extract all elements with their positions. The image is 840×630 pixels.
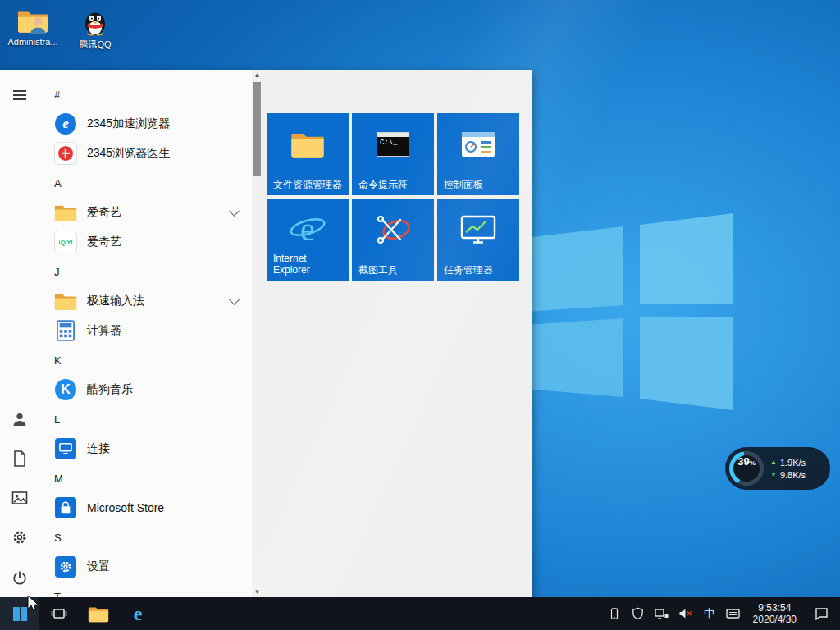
ime-language-indicator[interactable]: 中 — [702, 597, 717, 630]
pictures-button[interactable] — [0, 478, 39, 518]
tile-snipping-tool[interactable]: 截图工具 — [352, 199, 434, 281]
usage-percent-unit: % — [750, 459, 756, 467]
scroll-up-arrow[interactable]: ▲ — [252, 70, 262, 80]
section-header-k[interactable]: K — [39, 345, 251, 375]
tile-task-manager[interactable]: 任务管理器 — [437, 199, 519, 281]
app-label: 酷狗音乐 — [87, 382, 133, 397]
desktop-icon-administrator[interactable]: Administra... — [3, 8, 62, 47]
upload-speed: 1.9K/s — [780, 458, 806, 468]
desktop-icon-label: 腾讯QQ — [79, 39, 111, 51]
taskbar: e — [0, 597, 840, 630]
taskbar-clock[interactable]: 9:53:54 2020/4/30 — [750, 602, 800, 625]
svg-text:e: e — [300, 211, 315, 248]
network-icon[interactable] — [655, 597, 669, 630]
section-letter: # — [54, 89, 60, 101]
chevron-down-icon — [229, 294, 240, 305]
app-item-calculator[interactable]: 计算器 — [39, 316, 251, 345]
action-center-icon[interactable] — [809, 597, 833, 630]
tile-label: Internet Explorer — [273, 253, 345, 276]
system-tray: 中 9:53:54 2020/4/30 — [607, 597, 840, 630]
start-button[interactable] — [0, 597, 39, 630]
section-header-s[interactable]: S — [39, 523, 251, 552]
app-label: 2345浏览器医生 — [87, 146, 170, 161]
taskbar-browser-button[interactable]: e — [118, 597, 158, 630]
kugou-icon: K — [54, 378, 77, 401]
folder-item-iqiyi[interactable]: 爱奇艺 — [39, 198, 251, 227]
administrator-folder-icon — [17, 8, 48, 34]
expand-menu-button[interactable] — [0, 75, 39, 115]
documents-button[interactable] — [0, 439, 39, 478]
section-header-m[interactable]: M — [39, 463, 251, 493]
tile-label: 截图工具 — [358, 264, 430, 276]
start-rail — [0, 70, 39, 597]
section-header-l[interactable]: L — [39, 404, 251, 434]
section-header-t[interactable]: T — [39, 582, 251, 597]
desktop: Administra... 腾讯QQ — [0, 0, 840, 630]
hamburger-icon — [13, 88, 26, 103]
2345-browser-icon: e — [54, 112, 77, 135]
network-speeds: ▲1.9K/s ▼9.8K/s — [770, 458, 806, 480]
folder-item-jisu-ime[interactable]: 极速输入法 — [39, 286, 251, 316]
app-item-2345-doctor[interactable]: 2345浏览器医生 — [39, 139, 251, 168]
clock-date: 2020/4/30 — [753, 614, 797, 625]
touch-keyboard-icon[interactable] — [726, 597, 741, 630]
network-speed-widget[interactable]: 39% ▲1.9K/s ▼9.8K/s — [725, 447, 830, 490]
control-panel-icon — [461, 131, 495, 158]
connect-icon — [54, 437, 77, 460]
section-letter: S — [54, 532, 62, 544]
gear-icon — [11, 529, 28, 546]
tile-internet-explorer[interactable]: e Internet Explorer — [267, 199, 349, 281]
tile-file-explorer[interactable]: 文件资源管理器 — [267, 113, 349, 195]
scroll-down-arrow[interactable]: ▼ — [252, 587, 262, 597]
app-item-settings[interactable]: 设置 — [39, 552, 251, 582]
pictures-icon — [11, 491, 28, 505]
upload-arrow-icon: ▲ — [770, 459, 777, 466]
app-item-2345-browser[interactable]: e 2345加速浏览器 — [39, 109, 251, 139]
app-label: 爱奇艺 — [87, 235, 121, 249]
download-speed: 9.8K/s — [780, 470, 806, 480]
snipping-tool-icon — [374, 215, 412, 244]
command-prompt-icon: C:\_ — [377, 132, 409, 157]
taskbar-file-explorer-button[interactable] — [79, 597, 118, 630]
app-item-connect[interactable]: 连接 — [39, 434, 251, 463]
internet-explorer-icon: e — [288, 211, 327, 249]
chevron-down-icon — [229, 206, 240, 217]
user-account-button[interactable] — [0, 399, 39, 439]
app-label: Microsoft Store — [87, 501, 164, 514]
power-icon — [11, 569, 28, 586]
windows-start-icon — [13, 607, 27, 621]
scrollbar-thumb[interactable] — [253, 82, 261, 176]
section-header-j[interactable]: J — [39, 257, 251, 286]
section-letter: T — [54, 591, 61, 598]
iqiyi-icon: iQIYI — [54, 231, 77, 253]
start-app-list: # e 2345加速浏览器 2345浏览器医生 A 爱奇艺 iQIYI 爱奇艺 … — [39, 70, 251, 597]
settings-app-icon — [54, 555, 77, 578]
desktop-icon-label: Administra... — [7, 37, 57, 47]
power-button[interactable] — [0, 558, 39, 597]
qq-penguin-icon — [81, 8, 109, 36]
section-letter: L — [54, 413, 60, 426]
section-letter: K — [54, 354, 62, 367]
app-label: 2345加速浏览器 — [87, 116, 170, 131]
settings-button[interactable] — [0, 518, 39, 557]
volume-muted-icon[interactable] — [678, 597, 693, 630]
desktop-icon-qq[interactable]: 腾讯QQ — [69, 8, 121, 51]
task-manager-icon — [460, 215, 496, 244]
task-view-button[interactable] — [39, 597, 79, 630]
microsoft-store-icon — [54, 496, 77, 519]
app-label: 设置 — [87, 559, 110, 574]
app-list-scrollbar[interactable]: ▲ ▼ — [252, 70, 262, 597]
task-view-icon — [51, 606, 67, 621]
phone-icon[interactable] — [607, 597, 622, 630]
app-item-microsoft-store[interactable]: Microsoft Store — [39, 493, 251, 523]
windows-logo — [518, 200, 740, 423]
tile-label: 控制面板 — [444, 179, 515, 190]
section-header-hash[interactable]: # — [39, 80, 251, 109]
app-item-iqiyi[interactable]: iQIYI 爱奇艺 — [39, 227, 251, 257]
security-shield-icon[interactable] — [631, 597, 646, 630]
tile-command-prompt[interactable]: C:\_ 命令提示符 — [352, 113, 434, 195]
app-item-kugou[interactable]: K 酷狗音乐 — [39, 375, 251, 404]
section-header-a[interactable]: A — [39, 168, 251, 198]
tile-control-panel[interactable]: 控制面板 — [437, 113, 519, 195]
start-tiles: 文件资源管理器 C:\_ 命令提示符 控制面 — [267, 113, 519, 281]
